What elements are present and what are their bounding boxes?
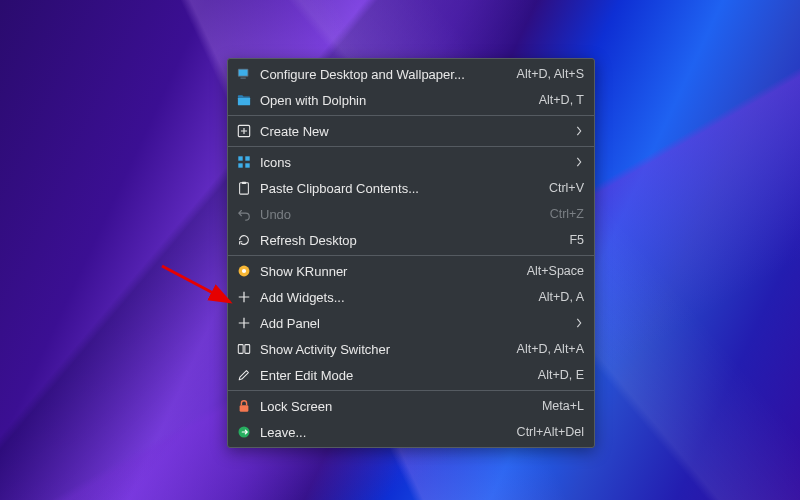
menu-item-shortcut: Alt+D, Alt+A xyxy=(517,342,584,356)
menu-item-shortcut: Meta+L xyxy=(542,399,584,413)
add-widgets-item[interactable]: Add Widgets...Alt+D, A xyxy=(228,284,594,310)
menu-item-label: Leave... xyxy=(260,425,509,440)
menu-item-shortcut: Alt+D, E xyxy=(538,368,584,382)
menu-section: IconsPaste Clipboard Contents...Ctrl+VUn… xyxy=(228,147,594,256)
enter-edit-mode-item[interactable]: Enter Edit ModeAlt+D, E xyxy=(228,362,594,388)
file-manager-icon xyxy=(236,92,252,108)
svg-rect-5 xyxy=(238,156,242,160)
show-krunner-item[interactable]: Show KRunnerAlt+Space xyxy=(228,258,594,284)
add-panel-item[interactable]: Add Panel xyxy=(228,310,594,336)
undo-icon xyxy=(236,206,252,222)
plus-icon xyxy=(236,289,252,305)
refresh-icon xyxy=(236,232,252,248)
menu-item-shortcut: Alt+Space xyxy=(527,264,584,278)
svg-rect-7 xyxy=(238,163,242,167)
menu-item-label: Add Panel xyxy=(260,316,566,331)
menu-item-shortcut: Ctrl+Z xyxy=(550,207,584,221)
menu-item-label: Open with Dolphin xyxy=(260,93,531,108)
show-activity-switcher-item[interactable]: Show Activity SwitcherAlt+D, Alt+A xyxy=(228,336,594,362)
menu-item-label: Add Widgets... xyxy=(260,290,530,305)
svg-rect-13 xyxy=(238,345,243,354)
menu-item-shortcut: Ctrl+V xyxy=(549,181,584,195)
menu-section: Lock ScreenMeta+LLeave...Ctrl+Alt+Del xyxy=(228,391,594,447)
icons-item[interactable]: Icons xyxy=(228,149,594,175)
menu-item-label: Paste Clipboard Contents... xyxy=(260,181,541,196)
edit-icon xyxy=(236,367,252,383)
svg-rect-3 xyxy=(238,97,250,105)
menu-item-label: Show KRunner xyxy=(260,264,519,279)
menu-item-shortcut: Ctrl+Alt+Del xyxy=(517,425,584,439)
monitor-settings-icon xyxy=(236,66,252,82)
chevron-right-icon xyxy=(574,157,584,167)
menu-item-shortcut: F5 xyxy=(569,233,584,247)
menu-item-label: Undo xyxy=(260,207,542,222)
desktop-context-menu[interactable]: Configure Desktop and Wallpaper...Alt+D,… xyxy=(227,58,595,448)
menu-section: Configure Desktop and Wallpaper...Alt+D,… xyxy=(228,59,594,116)
menu-section: Create New xyxy=(228,116,594,147)
configure-desktop-item[interactable]: Configure Desktop and Wallpaper...Alt+D,… xyxy=(228,61,594,87)
menu-section: Show KRunnerAlt+SpaceAdd Widgets...Alt+D… xyxy=(228,256,594,391)
clipboard-icon xyxy=(236,180,252,196)
svg-rect-1 xyxy=(239,70,248,76)
svg-rect-8 xyxy=(245,163,249,167)
menu-item-label: Enter Edit Mode xyxy=(260,368,530,383)
krunner-icon xyxy=(236,263,252,279)
svg-point-12 xyxy=(242,269,246,273)
menu-item-label: Lock Screen xyxy=(260,399,534,414)
menu-item-label: Show Activity Switcher xyxy=(260,342,509,357)
create-new-item[interactable]: Create New xyxy=(228,118,594,144)
chevron-right-icon xyxy=(574,318,584,328)
paste-clipboard-item[interactable]: Paste Clipboard Contents...Ctrl+V xyxy=(228,175,594,201)
plus-square-icon xyxy=(236,123,252,139)
refresh-desktop-item[interactable]: Refresh DesktopF5 xyxy=(228,227,594,253)
svg-rect-6 xyxy=(245,156,249,160)
menu-item-shortcut: Alt+D, Alt+S xyxy=(517,67,584,81)
svg-rect-10 xyxy=(242,182,246,184)
plus-icon xyxy=(236,315,252,331)
svg-rect-2 xyxy=(241,78,246,79)
chevron-right-icon xyxy=(574,126,584,136)
activity-icon xyxy=(236,341,252,357)
menu-item-shortcut: Alt+D, T xyxy=(539,93,584,107)
svg-rect-15 xyxy=(240,405,249,412)
menu-item-label: Icons xyxy=(260,155,566,170)
menu-item-shortcut: Alt+D, A xyxy=(538,290,584,304)
menu-item-label: Configure Desktop and Wallpaper... xyxy=(260,67,509,82)
svg-rect-14 xyxy=(245,345,250,354)
menu-item-label: Create New xyxy=(260,124,566,139)
leave-item[interactable]: Leave...Ctrl+Alt+Del xyxy=(228,419,594,445)
open-dolphin-item[interactable]: Open with DolphinAlt+D, T xyxy=(228,87,594,113)
lock-screen-item[interactable]: Lock ScreenMeta+L xyxy=(228,393,594,419)
lock-icon xyxy=(236,398,252,414)
menu-item-label: Refresh Desktop xyxy=(260,233,561,248)
leave-icon xyxy=(236,424,252,440)
undo-item: UndoCtrl+Z xyxy=(228,201,594,227)
svg-rect-9 xyxy=(240,183,249,194)
view-icons-icon xyxy=(236,154,252,170)
